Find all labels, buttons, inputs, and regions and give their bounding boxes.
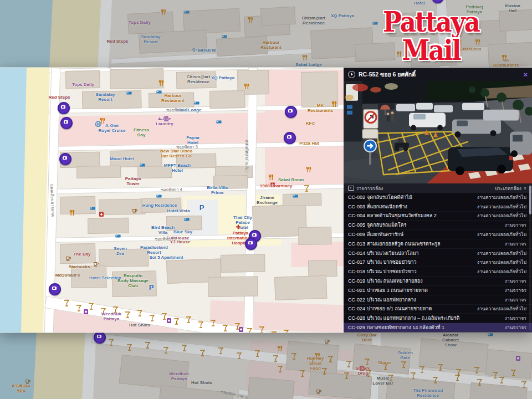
camera-id: CC-029: [348, 325, 365, 330]
camera-name: สี่แยกทันตรารักษ์: [367, 231, 477, 238]
camera-category: งานความปลอดภัยทั่วไป: [477, 249, 526, 257]
camera-pin-icon: [97, 335, 102, 338]
camera-list-title: รายการกล้อง: [356, 185, 383, 192]
camera-pin[interactable]: [49, 283, 61, 295]
scrollbar[interactable]: [529, 185, 531, 330]
camera-list-row[interactable]: CC-019 บริเวณ ถนนพัทยาสายสอง งานจราจร: [344, 277, 532, 286]
camera-pin-icon: [64, 120, 69, 124]
map-canvas[interactable]: Tops DailyRed StepsSandalay ResortHarbou…: [0, 68, 344, 332]
play-icon: [348, 71, 355, 78]
camera-pin-icon: [61, 105, 66, 109]
camera-video-feed: [344, 81, 532, 183]
camera-category: งานความปลอดภัยทั่วไป: [477, 212, 526, 219]
scrollbar-thumb[interactable]: [529, 186, 531, 214]
camera-pin[interactable]: [58, 102, 70, 114]
camera-list-row[interactable]: CC-002 จุดกลับรถโฮคดีค้าไม้ งานความปลอดภ…: [344, 193, 532, 202]
camera-panel: RC-552 ซอย 6 ยศศักดิ์ ×: [344, 68, 532, 332]
camera-name: บริเวณ ปากซอยบัวขาว: [367, 258, 477, 266]
camera-list-row[interactable]: CC-017 บริเวณ ปากซอยบัวขาว งานความปลอดภั…: [344, 258, 532, 268]
camera-name: ปากซอย 6/1 ถนนสายชายหาด: [367, 305, 477, 313]
camera-name: สี่แยกเทพเนียดช้าง: [367, 203, 477, 211]
cctv-app-window: Tops DailyRed StepsSandalay ResortHarbou…: [0, 68, 532, 332]
camera-pin[interactable]: [60, 117, 73, 129]
camera-category: งานความปลอดภัยทั่วไป: [477, 193, 526, 201]
camera-pin-icon: [248, 241, 253, 244]
camera-category: งานจราจร: [505, 324, 526, 331]
camera-name: บริเวณ แยกพัทยากลาง – ถ.เฉลิมพระเกียรติ: [367, 314, 505, 322]
camera-name: บริเวณวงเวียนปลาโลมา: [367, 249, 477, 257]
camera-pin[interactable]: [94, 331, 106, 344]
camera-pin-icon: [63, 156, 68, 160]
camera-category: งานความปลอดภัยทั่วไป: [477, 258, 526, 266]
camera-id: CC-002: [348, 195, 365, 200]
camera-pin-icon: [252, 233, 257, 237]
camera-pin-icon: [287, 135, 292, 139]
camera-list-icon: [348, 186, 354, 191]
camera-name: จุดกลับรถโฮคดีค้าไม้: [367, 193, 477, 201]
camera-list-row[interactable]: CC-018 บริเวณ ปากซอยบัวขาว งานความปลอดภั…: [344, 267, 532, 277]
camera-id: CC-028: [348, 315, 365, 321]
camera-category: งานความปลอดภัยทั่วไป: [477, 268, 526, 275]
camera-type-label: ประเภทกล้อง: [495, 185, 521, 192]
camera-feed-header: RC-552 ซอย 6 ยศศักดิ์ ×: [344, 68, 532, 81]
camera-category: งานจราจร: [505, 277, 526, 285]
camera-list-row[interactable]: CC-028 บริเวณ แยกพัทยากลาง – ถ.เฉลิมพระเ…: [344, 314, 532, 323]
camera-pin[interactable]: [245, 238, 257, 250]
camera-feed-title: RC-552 ซอย 6 ยศศักดิ์: [359, 70, 520, 79]
camera-name: สามแยกฮอลลีวูด ถนนเพชรตระกูล: [367, 240, 505, 248]
camera-id: CC-005: [348, 222, 365, 228]
app-stage: Tops DailySandalay ResortRed Stepsบ้านคุ…: [0, 0, 532, 399]
camera-list-row[interactable]: CC-024 ปากซอย 6/1 ถนนสายชายหาด งานความปล…: [344, 305, 532, 314]
camera-name: ตลาดด้านในชุมชนวัดชัยมงคล 2: [367, 212, 477, 219]
camera-id: CC-017: [348, 259, 365, 265]
chevron-down-icon: ∨: [524, 186, 526, 191]
camera-id: CC-024: [348, 306, 365, 311]
camera-pin[interactable]: [285, 106, 297, 118]
camera-list-row[interactable]: CC-013 สามแยกฮอลลีวูด ถนนเพชรตระกูล งานจ…: [344, 239, 532, 249]
camera-list-row[interactable]: CC-004 ตลาดด้านในชุมชนวัดชัยมงคล 2 งานคว…: [344, 212, 532, 221]
camera-list-row[interactable]: CC-029 กลางซอยพัทยากลาง 14 กล้องตัวที่ 1…: [344, 323, 532, 332]
camera-pin[interactable]: [59, 153, 71, 165]
camera-list-row[interactable]: CC-005 จุดกลับรถแม็คโคร งานจราจร: [344, 221, 532, 230]
camera-id: CC-003: [348, 204, 365, 209]
camera-name: บริเวณ ถนนพัทยาสายสอง: [367, 277, 505, 285]
camera-list-row[interactable]: CC-009 สี่แยกทันตรารักษ์ งานความปลอดภัยท…: [344, 230, 532, 239]
camera-category: งานจราจร: [505, 314, 526, 322]
camera-name: กลางซอยพัทยากลาง 14 กล้องตัวที่ 1: [367, 324, 505, 331]
camera-name: บริเวณ แยกพัทยากลาง: [367, 296, 505, 304]
camera-list-row[interactable]: CC-014 บริเวณวงเวียนปลาโลมา งานความปลอดภ…: [344, 249, 532, 258]
camera-name: จุดกลับรถแม็คโคร: [367, 221, 505, 229]
camera-name: ปากซอย 3 ถนนสายชายหาด: [367, 287, 505, 294]
camera-name: บริเวณ ปากซอยบัวขาว: [367, 268, 477, 275]
camera-category: งานจราจร: [505, 287, 526, 294]
camera-pin-icon: [288, 109, 293, 112]
camera-id: CC-019: [348, 278, 365, 284]
camera-pin[interactable]: [284, 132, 296, 144]
pattaya-mail-logo: Pattaya Mail: [350, 8, 512, 64]
camera-category: งานความปลอดภัยทั่วไป: [477, 203, 526, 211]
camera-category: งานความปลอดภัยทั่วไป: [477, 305, 526, 313]
camera-id: CC-004: [348, 213, 365, 218]
camera-list-row[interactable]: CC-003 สี่แยกเทพเนียดช้าง งานความปลอดภัย…: [344, 202, 532, 212]
camera-id: CC-013: [348, 241, 365, 247]
cctv-scene: [344, 81, 532, 183]
camera-id: CC-022: [348, 297, 365, 303]
camera-pin[interactable]: [432, 0, 444, 3]
camera-list-header: รายการกล้อง ประเภทกล้อง ∨: [344, 183, 532, 193]
camera-category: งานจราจร: [505, 296, 526, 304]
camera-type-filter[interactable]: ประเภทกล้อง ∨: [495, 185, 526, 192]
camera-category: งานความปลอดภัยทั่วไป: [477, 231, 526, 238]
camera-id: CC-021: [348, 288, 365, 293]
camera-id: CC-018: [348, 269, 365, 274]
camera-list: CC-002 จุดกลับรถโฮคดีค้าไม้ งานความปลอดภ…: [344, 193, 532, 332]
camera-pin-icon: [52, 287, 57, 290]
camera-category: งานจราจร: [505, 240, 526, 248]
close-button[interactable]: ×: [523, 71, 528, 78]
camera-id: CC-009: [348, 232, 365, 237]
camera-category: งานจราจร: [505, 221, 526, 229]
camera-id: CC-014: [348, 250, 365, 256]
camera-list-row[interactable]: CC-022 บริเวณ แยกพัทยากลาง งานจราจร: [344, 295, 532, 305]
camera-list-row[interactable]: CC-021 ปากซอย 3 ถนนสายชายหาด งานจราจร: [344, 286, 532, 295]
